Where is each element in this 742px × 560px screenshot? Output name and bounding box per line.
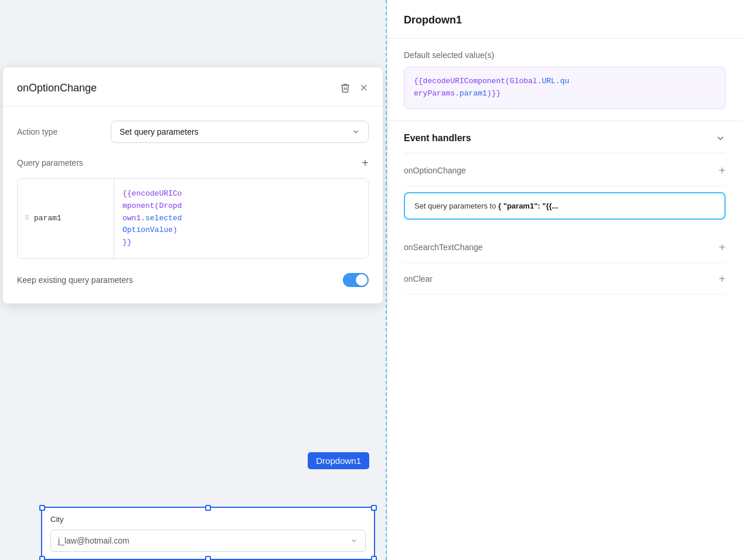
component-select-value: j_law@hotmail.com bbox=[58, 536, 130, 545]
event-row-onsearchtextchange: onSearchTextChange + bbox=[404, 231, 726, 263]
query-params-label: Query parameters bbox=[17, 158, 83, 168]
event-action-card[interactable]: Set query parameters to { "param1": "{{.… bbox=[404, 192, 726, 220]
event-name-onoptionchange: onOptionChange bbox=[404, 166, 466, 175]
event-handlers-header[interactable]: Event handlers bbox=[404, 121, 726, 153]
query-params-section-header: Query parameters + bbox=[17, 157, 369, 169]
action-panel-body: Action type Set query parameters Query p… bbox=[3, 107, 383, 287]
right-panel-title: Dropdown1 bbox=[387, 0, 742, 39]
event-handlers-section: Event handlers onOptionChange + Set quer… bbox=[387, 121, 742, 295]
default-values-label: Default selected value(s) bbox=[404, 50, 726, 60]
action-panel-icon-group: × bbox=[339, 79, 369, 97]
default-value-box[interactable]: {{decodeURIComponent(Global.URL.qu eryPa… bbox=[404, 67, 726, 109]
event-handlers-title: Event handlers bbox=[404, 133, 471, 144]
drag-icon: ⠿ bbox=[25, 214, 29, 222]
event-name-onclear: onClear bbox=[404, 274, 433, 284]
event-row-onoptionchange: onOptionChange + bbox=[404, 153, 726, 186]
toggle-label: Keep existing query parameters bbox=[17, 275, 133, 285]
event-handlers-chevron bbox=[715, 133, 726, 144]
event-action-params: { "param1": "{{... bbox=[498, 202, 558, 210]
event-action-card-wrapper: Set query parameters to { "param1": "{{.… bbox=[404, 186, 726, 231]
handle-tm[interactable] bbox=[205, 505, 211, 511]
left-panel: onOptionChange × Action type Set q bbox=[0, 0, 387, 560]
param-key-cell: ⠿ param1 bbox=[18, 179, 114, 258]
close-button[interactable]: × bbox=[359, 79, 369, 97]
add-onclear-button[interactable]: + bbox=[719, 272, 726, 286]
add-onsearchtextchange-button[interactable]: + bbox=[719, 241, 726, 254]
keep-params-toggle[interactable] bbox=[343, 273, 369, 287]
event-name-onsearchtextchange: onSearchTextChange bbox=[404, 243, 483, 252]
default-values-section: Default selected value(s) {{decodeURICom… bbox=[387, 39, 742, 121]
handle-bm[interactable] bbox=[205, 556, 211, 560]
component-title: City bbox=[50, 515, 366, 524]
add-onoptionchange-button[interactable]: + bbox=[719, 164, 726, 177]
param-key-value: param1 bbox=[34, 214, 62, 223]
component-select[interactable]: j_law@hotmail.com bbox=[50, 530, 366, 552]
action-type-value: Set query parameters bbox=[120, 127, 199, 136]
action-type-row: Action type Set query parameters bbox=[17, 121, 369, 143]
action-panel-title: onOptionChange bbox=[17, 82, 97, 94]
delete-button[interactable] bbox=[339, 81, 352, 94]
dropdown1-label: Dropdown1 bbox=[308, 452, 369, 469]
dashed-border-line bbox=[386, 0, 387, 560]
event-row-onclear: onClear + bbox=[404, 263, 726, 295]
params-table-inner: ⠿ param1 {{encodeURICo mponent(Dropd own… bbox=[18, 179, 368, 258]
action-panel-header: onOptionChange × bbox=[3, 67, 383, 107]
params-table: ⠿ param1 {{encodeURICo mponent(Dropd own… bbox=[17, 178, 369, 259]
action-type-label: Action type bbox=[17, 127, 111, 136]
handle-tl[interactable] bbox=[39, 505, 45, 511]
toggle-knob bbox=[356, 274, 367, 286]
right-panel: Dropdown1 Default selected value(s) {{de… bbox=[387, 0, 742, 560]
action-type-dropdown[interactable]: Set query parameters bbox=[111, 121, 369, 143]
toggle-row: Keep existing query parameters bbox=[17, 273, 369, 287]
bottom-component: City j_law@hotmail.com bbox=[41, 507, 375, 560]
add-param-button[interactable]: + bbox=[362, 157, 369, 169]
handle-bl[interactable] bbox=[39, 556, 45, 560]
param-value-cell: {{encodeURICo mponent(Dropd own1.selecte… bbox=[114, 179, 368, 258]
handle-tr[interactable] bbox=[371, 505, 377, 511]
handle-br[interactable] bbox=[371, 556, 377, 560]
action-panel: onOptionChange × Action type Set q bbox=[3, 67, 383, 303]
